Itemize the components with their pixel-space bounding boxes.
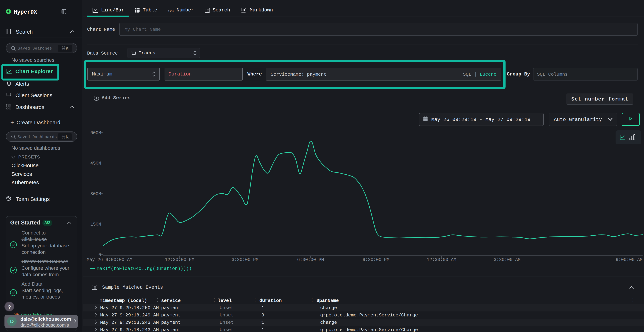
svg-text:12:30:00 AM: 12:30:00 AM [427,257,456,262]
svg-text:9:30:00 PM: 9:30:00 PM [362,257,390,262]
svg-text:150M: 150M [90,222,101,227]
svg-text:450M: 450M [90,161,101,166]
svg-text:300M: 300M [90,192,101,196]
svg-text:9:00:00 AM: 9:00:00 AM [616,257,642,262]
svg-text:May 26 9:00:00 AM: May 26 9:00:00 AM [87,257,132,262]
svg-text:3:30:00 AM: 3:30:00 AM [494,257,520,262]
svg-text:3:30:00 PM: 3:30:00 PM [232,257,258,262]
svg-text:maxIf(toFloat640..ng(Duration): maxIf(toFloat640..ng(Duration))))) [97,266,192,271]
svg-text:12:30:00 PM: 12:30:00 PM [165,257,194,262]
svg-text:600M: 600M [90,130,101,136]
svg-text:0: 0 [98,252,101,258]
svg-text:6:30:00 PM: 6:30:00 PM [297,257,324,262]
